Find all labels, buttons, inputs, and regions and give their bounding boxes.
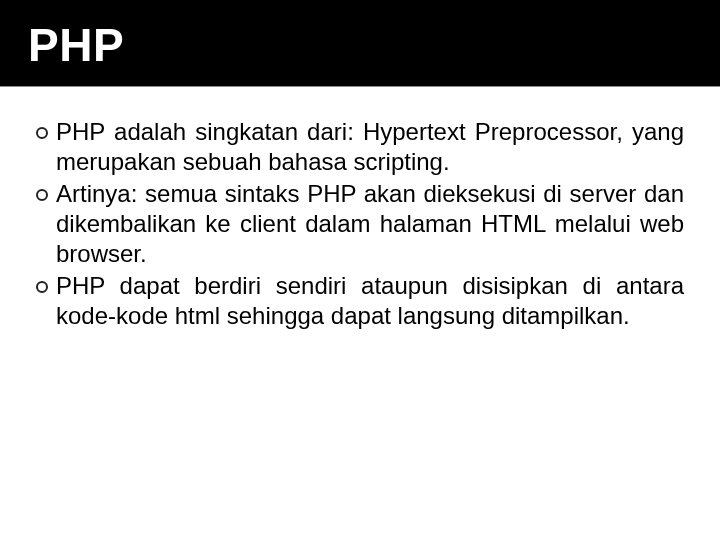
bullet-text: PHP dapat berdiri sendiri ataupun disisi… [56,271,684,331]
slide-content: PHP adalah singkatan dari: Hypertext Pre… [0,87,720,331]
bullet-item: Artinya: semua sintaks PHP akan diekseku… [36,179,684,269]
bullet-item: PHP adalah singkatan dari: Hypertext Pre… [36,117,684,177]
bullet-circle-icon [36,127,48,139]
slide-title: PHP [28,18,692,72]
bullet-circle-icon [36,189,48,201]
bullet-text: Artinya: semua sintaks PHP akan diekseku… [56,179,684,269]
bullet-circle-icon [36,281,48,293]
slide-header: PHP [0,0,720,86]
bullet-item: PHP dapat berdiri sendiri ataupun disisi… [36,271,684,331]
bullet-text: PHP adalah singkatan dari: Hypertext Pre… [56,117,684,177]
